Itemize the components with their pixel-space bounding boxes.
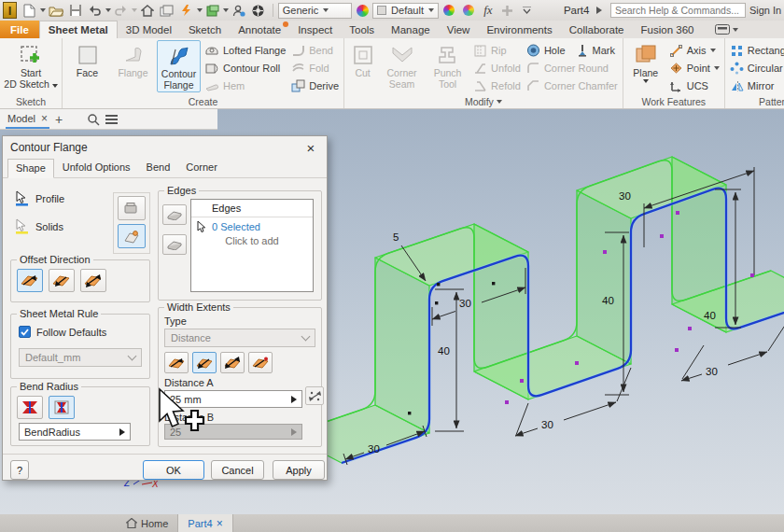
- group-label-modify[interactable]: Modify: [347, 95, 620, 108]
- plane-button[interactable]: Plane: [626, 40, 665, 83]
- browser-menu-icon[interactable]: [105, 115, 118, 124]
- offset-direction-2-button[interactable]: [49, 269, 75, 292]
- tab-view[interactable]: View: [439, 21, 479, 38]
- dialog-tab-bend[interactable]: Bend: [139, 159, 178, 177]
- browser-search-icon[interactable]: [87, 113, 100, 126]
- edges-selected-row[interactable]: 0 Selected: [191, 217, 313, 233]
- clear-appearance-icon[interactable]: [459, 2, 478, 19]
- tab-inspect[interactable]: Inspect: [289, 21, 341, 38]
- hole-button[interactable]: Hole: [525, 42, 567, 59]
- edge-select-button-1[interactable]: [162, 204, 187, 225]
- dialog-tab-corner[interactable]: Corner: [178, 159, 225, 177]
- help-button[interactable]: ?: [10, 460, 29, 480]
- parameters-fx-icon[interactable]: fx: [479, 2, 497, 19]
- offset-direction-both-button[interactable]: [80, 269, 106, 292]
- contour-flange-button[interactable]: Contour Flange: [157, 40, 201, 92]
- group-label-work-features[interactable]: Work Features: [626, 95, 721, 108]
- tab-3d-model[interactable]: 3D Model: [118, 21, 180, 38]
- edge-select-button-2[interactable]: [162, 234, 187, 255]
- follow-defaults-row[interactable]: Follow Defaults: [19, 326, 106, 338]
- group-label-create[interactable]: Create: [65, 95, 341, 108]
- doc-tab-part4[interactable]: Part4 ×: [178, 514, 232, 532]
- iproperties-icon[interactable]: [158, 2, 176, 19]
- new-file-icon[interactable]: [21, 2, 39, 19]
- bend-radius-inside-button[interactable]: [17, 396, 43, 419]
- tab-fusion-360[interactable]: Fusion 360: [633, 21, 703, 38]
- tab-file[interactable]: File: [0, 21, 39, 38]
- color-wheel-icon[interactable]: [353, 2, 371, 19]
- solid-output-button[interactable]: [118, 196, 146, 220]
- ok-button[interactable]: OK: [143, 460, 204, 480]
- follow-defaults-checkbox[interactable]: [19, 326, 31, 338]
- contour-roll-button[interactable]: Contour Roll: [203, 60, 287, 77]
- bend-radius-field[interactable]: BendRadius: [19, 423, 131, 441]
- axis-button[interactable]: Axis: [667, 42, 721, 59]
- bend-radius-outside-button[interactable]: [49, 396, 75, 419]
- browser-tab-close-icon[interactable]: ×: [41, 112, 48, 125]
- adjust-appearance-icon[interactable]: [440, 2, 458, 19]
- ribbon-display-toggle[interactable]: [715, 21, 738, 38]
- quick-launch-icon[interactable]: [177, 2, 196, 19]
- dialog-titlebar[interactable]: Contour Flange ×: [3, 136, 327, 159]
- appearance-select[interactable]: Default: [372, 3, 439, 19]
- browser-tab-model[interactable]: Model ×: [6, 110, 49, 129]
- bend-radius-flyout-icon[interactable]: [119, 428, 125, 436]
- face-button[interactable]: Face: [65, 40, 109, 79]
- redo-icon[interactable]: [112, 2, 131, 19]
- new-file-dropdown[interactable]: [40, 8, 46, 12]
- user-presence-icon[interactable]: [230, 2, 248, 19]
- tab-sheet-metal[interactable]: Sheet Metal: [39, 21, 118, 38]
- cancel-button[interactable]: Cancel: [211, 460, 264, 480]
- material-select[interactable]: Generic: [278, 3, 352, 19]
- qat-customize-chevron[interactable]: [518, 2, 537, 19]
- extent-direction-1-button[interactable]: [164, 352, 189, 373]
- distance-a-field[interactable]: 25 mm: [164, 390, 302, 408]
- tab-environments[interactable]: Environments: [478, 21, 560, 38]
- rectangular-pattern-button[interactable]: Rectangular: [728, 42, 784, 59]
- solids-picker[interactable]: Solids: [14, 218, 63, 234]
- material-browser-icon[interactable]: [203, 2, 222, 19]
- lofted-flange-button[interactable]: Lofted Flange: [203, 42, 287, 59]
- tab-annotate[interactable]: Annotate: [230, 21, 289, 38]
- doc-tab-home[interactable]: Home: [117, 514, 178, 532]
- dialog-tab-shape[interactable]: Shape: [7, 159, 54, 178]
- mirror-button[interactable]: Mirror: [728, 77, 784, 94]
- edges-click-to-add[interactable]: Click to add: [191, 233, 313, 246]
- derive-button[interactable]: Derive: [289, 77, 341, 94]
- dialog-tab-unfold-options[interactable]: Unfold Options: [55, 159, 138, 177]
- ucs-button[interactable]: UCS: [667, 77, 721, 94]
- start-2d-sketch-button[interactable]: Start 2D Sketch: [3, 40, 59, 91]
- undo-icon[interactable]: [86, 2, 105, 19]
- mark-button[interactable]: Mark: [575, 42, 617, 59]
- circular-pattern-button[interactable]: Circular: [728, 60, 784, 77]
- tab-tools[interactable]: Tools: [341, 21, 383, 38]
- home-icon[interactable]: [138, 2, 157, 19]
- tab-manage[interactable]: Manage: [383, 21, 439, 38]
- offset-direction-1-button[interactable]: [17, 269, 43, 292]
- group-label-sketch[interactable]: Sketch: [3, 95, 59, 108]
- dialog-close-icon[interactable]: ×: [302, 140, 319, 156]
- doc-tab-close-icon[interactable]: ×: [217, 517, 223, 530]
- settings-wheel-icon[interactable]: [249, 2, 268, 19]
- browser-add-tab-button[interactable]: +: [55, 112, 63, 127]
- apply-button[interactable]: Apply: [273, 460, 325, 480]
- tab-collaborate[interactable]: Collaborate: [561, 21, 633, 38]
- surface-output-button[interactable]: [118, 224, 146, 248]
- undo-dropdown[interactable]: [105, 8, 111, 12]
- quick-launch-dropdown[interactable]: [197, 8, 203, 12]
- search-input[interactable]: [610, 3, 746, 18]
- distance-a-flyout-icon[interactable]: [291, 396, 297, 403]
- extent-direction-symmetric-button[interactable]: [248, 352, 273, 373]
- doc-title-arrow-icon[interactable]: [595, 7, 601, 14]
- edges-listbox[interactable]: Edges 0 Selected Click to add: [190, 199, 314, 292]
- inventor-logo-icon[interactable]: I: [3, 2, 17, 19]
- material-dropdown[interactable]: [223, 8, 229, 12]
- open-icon[interactable]: [47, 2, 65, 19]
- profile-picker[interactable]: Profile: [14, 190, 64, 206]
- extent-direction-both-button[interactable]: [220, 352, 245, 373]
- tab-sketch[interactable]: Sketch: [180, 21, 230, 38]
- point-button[interactable]: Point: [667, 60, 721, 77]
- extent-direction-2-button[interactable]: [192, 352, 217, 373]
- sign-in-button[interactable]: Sign In: [747, 5, 781, 17]
- group-label-pattern[interactable]: Pattern: [728, 95, 784, 108]
